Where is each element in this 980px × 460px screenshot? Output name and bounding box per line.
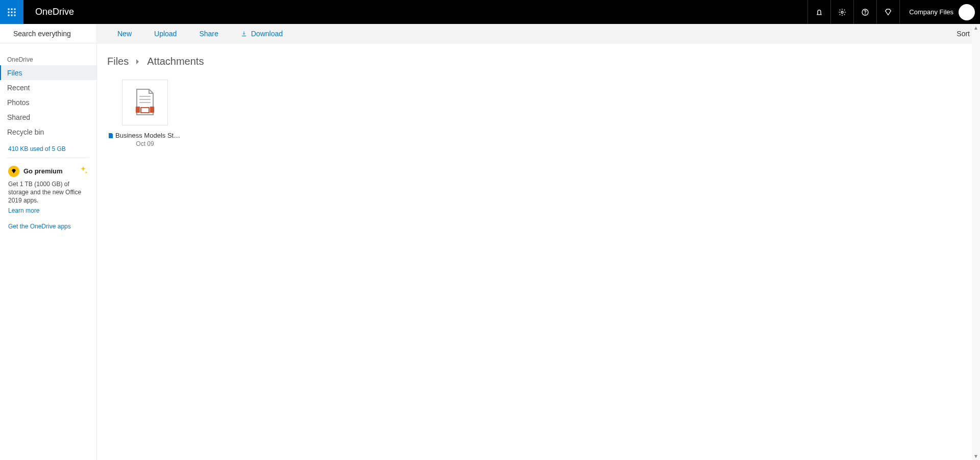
premium-heading: Go premium — [8, 165, 88, 177]
notifications-button[interactable] — [807, 0, 830, 24]
file-grid: Business Models Strate… Oct 09 — [107, 80, 970, 147]
account-label: Company Files — [909, 8, 953, 16]
svg-rect-6 — [8, 14, 10, 16]
get-apps-link[interactable]: Get the OneDrive apps — [8, 223, 71, 230]
scroll-up-icon[interactable]: ▲ — [973, 25, 978, 31]
body-area: OneDrive Files Recent Photos Shared Recy… — [0, 24, 980, 460]
file-title-line: Business Models Strate… — [107, 132, 183, 139]
upload-label: Upload — [154, 30, 177, 38]
help-button[interactable] — [853, 0, 876, 24]
search-row[interactable] — [0, 24, 96, 43]
svg-rect-0 — [8, 8, 10, 10]
right-pane: New Upload Share Download Sort Files — [97, 24, 980, 460]
scrollbar[interactable]: ▲ ▼ — [972, 24, 980, 460]
svg-rect-3 — [8, 11, 10, 13]
file-date: Oct 09 — [107, 140, 183, 147]
help-icon — [861, 8, 869, 16]
app-launcher-button[interactable] — [0, 0, 24, 24]
svg-rect-2 — [14, 8, 16, 10]
top-bar-spacer — [85, 0, 807, 24]
sidebar-item-label: Recycle bin — [7, 128, 44, 136]
sidebar-item-shared[interactable]: Shared — [0, 110, 96, 124]
breadcrumb-root[interactable]: Files — [107, 56, 129, 67]
sidebar-item-photos[interactable]: Photos — [0, 95, 96, 110]
get-apps-row: Get the OneDrive apps — [0, 219, 96, 231]
new-label: New — [117, 30, 132, 38]
sidebar-item-recent[interactable]: Recent — [0, 80, 96, 95]
bell-icon — [815, 8, 823, 16]
top-bar: OneDrive Company Files — [0, 0, 980, 24]
premium-title: Go premium — [23, 167, 63, 175]
share-button[interactable]: Share — [199, 30, 218, 38]
scroll-down-icon[interactable]: ▼ — [973, 453, 978, 459]
svg-rect-19 — [150, 107, 154, 113]
file-type-icon — [108, 133, 113, 139]
premium-description: Get 1 TB (1000 GB) of storage and the ne… — [8, 180, 88, 205]
sidebar: OneDrive Files Recent Photos Shared Recy… — [0, 24, 97, 460]
storage-usage[interactable]: 410 KB used of 5 GB — [7, 141, 89, 158]
nav-section-label: OneDrive — [0, 43, 96, 65]
diamond-button[interactable] — [876, 0, 899, 24]
diamond-icon — [884, 8, 892, 16]
svg-rect-8 — [14, 14, 16, 16]
download-icon — [241, 31, 247, 37]
premium-learn-more-link[interactable]: Learn more — [8, 207, 88, 214]
sort-label: Sort — [957, 30, 970, 38]
download-label: Download — [251, 30, 283, 38]
breadcrumb: Files Attachments — [107, 56, 970, 67]
upload-button[interactable]: Upload — [154, 30, 177, 38]
svg-point-9 — [841, 11, 843, 13]
new-button[interactable]: New — [117, 30, 132, 38]
powerpoint-file-icon — [133, 88, 157, 117]
file-name: Business Models Strate… — [115, 132, 182, 139]
settings-button[interactable] — [830, 0, 853, 24]
account-button[interactable]: Company Files — [899, 0, 980, 24]
gear-icon — [838, 8, 846, 16]
sidebar-item-label: Recent — [7, 84, 30, 92]
sort-button[interactable]: Sort — [957, 30, 970, 38]
sidebar-item-label: Files — [7, 69, 22, 77]
waffle-icon — [7, 8, 16, 17]
sparkle-icon — [78, 165, 88, 177]
share-label: Share — [199, 30, 218, 38]
svg-rect-4 — [11, 11, 13, 13]
svg-rect-1 — [11, 8, 13, 10]
content-area: Files Attachments — [97, 43, 980, 460]
sidebar-item-label: Photos — [7, 98, 30, 107]
premium-diamond-icon — [8, 166, 19, 177]
download-button[interactable]: Download — [241, 30, 283, 38]
sidebar-item-label: Shared — [7, 113, 30, 121]
file-thumbnail — [122, 80, 168, 125]
breadcrumb-current: Attachments — [147, 56, 204, 67]
sidebar-item-recycle-bin[interactable]: Recycle bin — [0, 124, 96, 139]
search-input[interactable] — [13, 30, 103, 38]
chevron-right-icon — [136, 56, 140, 67]
command-bar: New Upload Share Download Sort — [97, 24, 980, 43]
file-tile[interactable]: Business Models Strate… Oct 09 — [107, 80, 183, 147]
avatar — [959, 4, 975, 20]
svg-rect-7 — [11, 14, 13, 16]
svg-rect-5 — [14, 11, 16, 13]
premium-block: Go premium Get 1 TB (1000 GB) of storage… — [0, 158, 96, 219]
svg-point-11 — [865, 14, 866, 14]
app-title: OneDrive — [24, 0, 85, 24]
sidebar-item-files[interactable]: Files — [0, 65, 96, 80]
svg-rect-17 — [136, 107, 140, 113]
